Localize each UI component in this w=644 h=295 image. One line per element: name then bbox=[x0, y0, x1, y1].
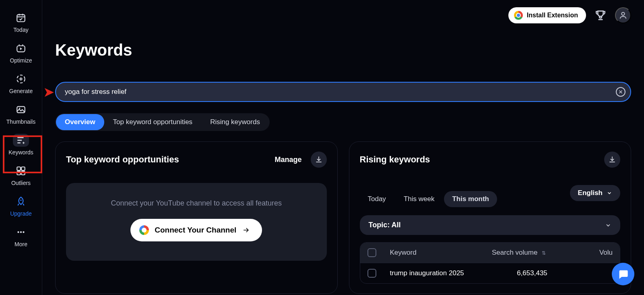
row-volume: 6,653,435 bbox=[492, 269, 572, 277]
time-pill-week[interactable]: This week bbox=[396, 191, 443, 207]
install-label: Install Extension bbox=[527, 12, 578, 19]
sidebar-item-thumbnails[interactable]: Thumbnails bbox=[5, 99, 37, 130]
download-button[interactable] bbox=[604, 152, 620, 168]
sidebar-item-label: Keywords bbox=[8, 149, 33, 156]
sidebar-item-optimize[interactable]: Optimize bbox=[5, 38, 37, 69]
sidebar-item-outliers[interactable]: Outliers bbox=[5, 160, 37, 191]
connect-channel-box: Connect your YouTube channel to access a… bbox=[66, 183, 327, 261]
chrome-icon bbox=[514, 11, 523, 20]
google-icon bbox=[139, 225, 149, 235]
trophy-icon[interactable] bbox=[594, 9, 607, 22]
annotation-arrow-icon: ➤ bbox=[43, 84, 54, 100]
manage-button[interactable]: Manage bbox=[275, 156, 301, 164]
profile-button[interactable] bbox=[615, 7, 631, 23]
panel-title: Rising keywords bbox=[360, 154, 430, 165]
svg-point-4 bbox=[19, 108, 20, 109]
svg-point-10 bbox=[17, 231, 19, 233]
sidebar-item-label: Optimize bbox=[10, 57, 32, 64]
col-search-volume[interactable]: Search volume ⇅ bbox=[492, 249, 572, 257]
sidebar-item-generate[interactable]: Generate bbox=[5, 69, 37, 99]
time-pill-today[interactable]: Today bbox=[360, 191, 394, 207]
download-button[interactable] bbox=[311, 152, 327, 168]
calendar-icon bbox=[13, 11, 29, 24]
select-all-checkbox[interactable] bbox=[367, 248, 376, 257]
keyword-search-input[interactable] bbox=[55, 82, 631, 102]
svg-rect-6 bbox=[21, 167, 25, 170]
time-pill-month[interactable]: This month bbox=[444, 191, 497, 207]
tab-rising-keywords[interactable]: Rising keywords bbox=[201, 114, 269, 130]
sidebar-item-upgrade[interactable]: Upgrade bbox=[5, 191, 37, 222]
dots-icon bbox=[13, 226, 29, 239]
play-box-icon bbox=[13, 42, 29, 55]
svg-point-9 bbox=[20, 199, 21, 201]
connect-message: Connect your YouTube channel to access a… bbox=[74, 199, 319, 208]
svg-rect-8 bbox=[21, 171, 25, 175]
connect-button-label: Connect Your Channel bbox=[155, 226, 236, 235]
connect-channel-button[interactable]: Connect Your Channel bbox=[130, 219, 262, 241]
language-dropdown[interactable]: English bbox=[570, 185, 620, 201]
sidebar-item-label: More bbox=[14, 241, 27, 247]
sparkle-circle-icon bbox=[13, 73, 29, 85]
clear-search-button[interactable] bbox=[616, 87, 625, 97]
svg-point-12 bbox=[23, 231, 24, 233]
table-row[interactable]: trump inauguration 2025 6,653,435 bbox=[360, 263, 620, 283]
page-title: Keywords bbox=[55, 41, 631, 59]
chat-icon bbox=[617, 268, 629, 280]
sidebar-item-label: Generate bbox=[9, 88, 33, 94]
topic-dropdown[interactable]: Topic: All bbox=[360, 215, 621, 235]
main-content: Install Extension Keywords ➤ Overview bbox=[42, 0, 644, 295]
rocket-icon bbox=[13, 195, 29, 208]
arrow-right-icon bbox=[242, 226, 250, 234]
chevron-down-icon bbox=[607, 190, 612, 196]
download-icon bbox=[608, 156, 616, 164]
chat-button[interactable] bbox=[612, 263, 634, 285]
close-icon bbox=[618, 89, 623, 94]
time-range-pills: Today This week This month bbox=[360, 191, 497, 207]
language-label: English bbox=[578, 189, 603, 197]
svg-rect-7 bbox=[17, 171, 21, 175]
col-volu-truncated: Volu bbox=[572, 249, 613, 257]
grid-icon bbox=[13, 164, 29, 177]
sidebar-item-more[interactable]: More bbox=[5, 222, 37, 252]
topic-label: Topic: All bbox=[369, 221, 401, 229]
tab-overview[interactable]: Overview bbox=[56, 114, 104, 130]
rising-table: Keyword Search volume ⇅ Volu trump inaug… bbox=[360, 242, 621, 284]
image-icon bbox=[13, 103, 29, 116]
row-checkbox[interactable] bbox=[367, 269, 376, 278]
top-opportunities-panel: Top keyword opportunities Manage Connect… bbox=[55, 141, 338, 294]
sidebar: Today Optimize Generate Thumbnails Keywo bbox=[0, 0, 42, 295]
rising-keywords-panel: Rising keywords Today This week This mo bbox=[349, 141, 632, 294]
svg-rect-5 bbox=[17, 167, 21, 170]
sidebar-item-keywords[interactable]: Keywords bbox=[5, 130, 37, 160]
row-keyword: trump inauguration 2025 bbox=[390, 269, 492, 277]
svg-point-13 bbox=[621, 12, 624, 15]
download-icon bbox=[315, 156, 323, 164]
svg-rect-0 bbox=[17, 15, 25, 21]
install-extension-button[interactable]: Install Extension bbox=[508, 7, 586, 23]
sidebar-item-label: Today bbox=[13, 27, 28, 33]
sidebar-item-label: Upgrade bbox=[10, 210, 32, 217]
table-header: Keyword Search volume ⇅ Volu bbox=[360, 243, 620, 263]
list-sparkle-icon bbox=[13, 134, 29, 147]
col-keyword: Keyword bbox=[390, 249, 492, 257]
sidebar-item-today[interactable]: Today bbox=[5, 7, 37, 38]
tab-top-opportunities[interactable]: Top keyword opportunities bbox=[104, 114, 202, 130]
svg-point-11 bbox=[20, 231, 22, 233]
tabs: Overview Top keyword opportunities Risin… bbox=[55, 113, 270, 131]
sidebar-item-label: Outliers bbox=[11, 180, 31, 186]
panel-title: Top keyword opportunities bbox=[66, 154, 179, 165]
chevron-down-icon bbox=[605, 222, 611, 229]
sidebar-item-label: Thumbnails bbox=[6, 118, 35, 125]
user-icon bbox=[619, 11, 627, 20]
topbar: Install Extension bbox=[508, 7, 631, 23]
sort-icon: ⇅ bbox=[542, 250, 546, 256]
